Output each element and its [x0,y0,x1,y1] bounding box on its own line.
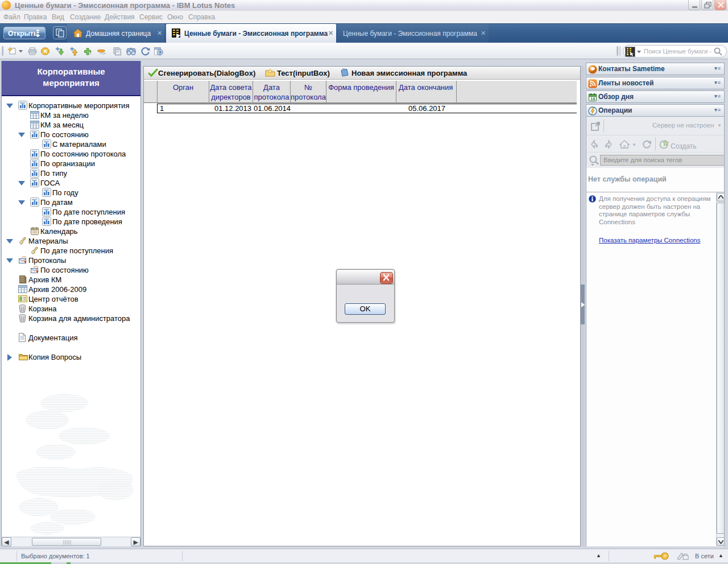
svg-text:?: ? [159,50,162,55]
svg-text:18: 18 [590,96,595,101]
